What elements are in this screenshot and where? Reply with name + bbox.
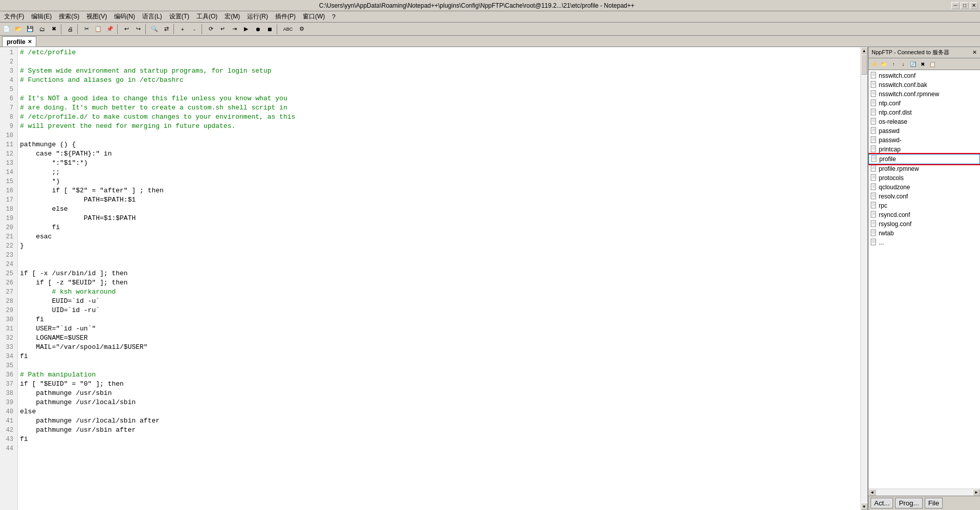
toolbar-cut[interactable]: ✂: [81, 24, 92, 35]
menu-macro[interactable]: 宏(M): [221, 11, 243, 22]
bottom-tab-actions[interactable]: Act...: [871, 498, 893, 508]
toolbar-undo[interactable]: ↩: [121, 24, 132, 35]
scroll-right-button[interactable]: ►: [973, 489, 980, 496]
scroll-left-button[interactable]: ◄: [868, 489, 876, 496]
tab-close-icon[interactable]: ✕: [28, 39, 32, 45]
file-tree-item[interactable]: ntp.conf: [868, 99, 980, 108]
toolbar-new[interactable]: 📄: [1, 24, 12, 35]
line-number: 8: [0, 113, 15, 122]
file-tree-item[interactable]: profile: [868, 154, 980, 164]
scroll-thumb[interactable]: [861, 54, 867, 75]
file-tree[interactable]: nsswitch.confnsswitch.conf.baknsswitch.c…: [868, 70, 980, 489]
menu-tools[interactable]: 工具(O): [193, 11, 220, 22]
code-line: # will prevent the need for merging in f…: [20, 122, 858, 131]
file-tree-item[interactable]: profile.rpmnew: [868, 164, 980, 173]
file-tree-item[interactable]: passwd-: [868, 136, 980, 145]
toolbar-macro2[interactable]: ⏺: [252, 24, 263, 35]
toolbar-macro1[interactable]: ▶: [240, 24, 252, 35]
ftp-queue-btn[interactable]: 📋: [928, 59, 937, 69]
toolbar-zoom-out[interactable]: -: [189, 24, 200, 35]
scroll-track[interactable]: [861, 54, 867, 503]
bottom-tab-file[interactable]: File: [925, 498, 943, 508]
toolbar-zoom-in[interactable]: +: [177, 24, 188, 35]
code-line: fi: [20, 315, 858, 324]
file-icon: [871, 90, 877, 98]
menu-bar: 文件(F) 编辑(E) 搜索(S) 视图(V) 编码(N) 语言(L) 设置(T…: [0, 11, 980, 23]
ftp-connect-btn[interactable]: ⚡: [870, 59, 879, 69]
menu-help[interactable]: ?: [329, 12, 339, 21]
scroll-up-button[interactable]: ▲: [861, 47, 868, 54]
toolbar-find[interactable]: 🔍: [149, 24, 160, 35]
ftp-disconnect-btn[interactable]: ✖: [918, 59, 927, 69]
menu-search[interactable]: 搜索(S): [56, 11, 82, 22]
toolbar-extra[interactable]: ⚙: [296, 24, 307, 35]
menu-file[interactable]: 文件(F): [1, 11, 27, 22]
scroll-down-button[interactable]: ▼: [861, 503, 868, 510]
toolbar-paste[interactable]: 📌: [104, 24, 116, 35]
file-item-label: passwd: [879, 127, 900, 135]
toolbar-sync[interactable]: ⟳: [205, 24, 216, 35]
toolbar-redo[interactable]: ↪: [132, 24, 144, 35]
menu-plugins[interactable]: 插件(P): [272, 11, 299, 22]
right-panel-close-icon[interactable]: ✕: [972, 49, 977, 56]
file-tree-item[interactable]: resolv.conf: [868, 192, 980, 201]
toolbar-print[interactable]: 🖨: [64, 24, 76, 35]
toolbar-macro3[interactable]: ⏹: [264, 24, 275, 35]
file-tree-item[interactable]: os-release: [868, 117, 980, 126]
file-item-label: rwtab: [879, 230, 894, 237]
menu-run[interactable]: 运行(R): [244, 11, 271, 22]
toolbar-indent[interactable]: ⇥: [229, 24, 240, 35]
toolbar-sep-5: [173, 24, 175, 34]
code-line: if [ -x /usr/bin/id ]; then: [20, 269, 858, 278]
toolbar-close[interactable]: ✖: [48, 24, 59, 35]
file-icon: [871, 174, 877, 182]
toolbar-abc[interactable]: ABC: [280, 24, 296, 35]
line-number: 6: [0, 94, 15, 103]
toolbar-replace[interactable]: ⇄: [161, 24, 172, 35]
file-tree-item[interactable]: protocols: [868, 173, 980, 183]
menu-language[interactable]: 语言(L): [139, 11, 165, 22]
code-line: # Functions and aliases go in /etc/bashr…: [20, 76, 858, 85]
file-tree-item[interactable]: printcap: [868, 145, 980, 154]
menu-encoding[interactable]: 编码(N): [111, 11, 138, 22]
menu-settings[interactable]: 设置(T): [166, 11, 192, 22]
menu-edit[interactable]: 编辑(E): [28, 11, 55, 22]
menu-window[interactable]: 窗口(W): [300, 11, 328, 22]
file-icon: [871, 211, 877, 219]
minimize-button[interactable]: ─: [951, 2, 960, 9]
tab-profile[interactable]: profile ✕: [2, 36, 36, 47]
toolbar-copy[interactable]: 📋: [93, 24, 104, 35]
toolbar-wrap[interactable]: ↵: [217, 24, 228, 35]
code-content[interactable]: # /etc/profile # System wide environment…: [18, 47, 860, 510]
line-number: 3: [0, 66, 15, 76]
ftp-down-btn[interactable]: ↓: [899, 59, 908, 69]
file-item-label: ntp.conf.dist: [879, 109, 912, 116]
file-tree-item[interactable]: ntp.conf.dist: [868, 108, 980, 117]
bottom-tab-progress[interactable]: Prog...: [895, 498, 922, 508]
toolbar-save-all[interactable]: 🗂: [36, 24, 48, 35]
file-tree-item[interactable]: rsyslog.conf: [868, 219, 980, 229]
file-tree-item[interactable]: rwtab: [868, 229, 980, 238]
toolbar-open[interactable]: 📂: [13, 24, 24, 35]
line-number: 19: [0, 214, 15, 223]
file-tree-scrollbar[interactable]: ◄ ►: [868, 489, 980, 496]
close-button[interactable]: ✕: [970, 2, 978, 9]
code-line: *:"$1":*): [20, 159, 858, 168]
maximize-button[interactable]: □: [961, 2, 969, 9]
code-line: PATH=$PATH:$1: [20, 195, 858, 205]
file-tree-item[interactable]: nsswitch.conf.bak: [868, 80, 980, 90]
ftp-refresh-btn[interactable]: 🔄: [908, 59, 918, 69]
ftp-up-btn[interactable]: ↑: [889, 59, 898, 69]
file-tree-item[interactable]: nsswitch.conf: [868, 71, 980, 80]
ftp-folder-btn[interactable]: 📁: [879, 59, 888, 69]
file-tree-item[interactable]: rpc: [868, 201, 980, 210]
toolbar-save[interactable]: 💾: [25, 24, 36, 35]
file-tree-item[interactable]: ...: [868, 238, 980, 247]
menu-view[interactable]: 视图(V): [83, 11, 110, 22]
file-tree-item[interactable]: qcloudzone: [868, 183, 980, 192]
h-scroll-track[interactable]: [876, 489, 973, 496]
file-tree-item[interactable]: passwd: [868, 126, 980, 136]
file-tree-item[interactable]: nsswitch.conf.rpmnew: [868, 90, 980, 99]
editor-scrollbar[interactable]: ▲ ▼: [860, 47, 867, 510]
file-tree-item[interactable]: rsyncd.conf: [868, 210, 980, 219]
